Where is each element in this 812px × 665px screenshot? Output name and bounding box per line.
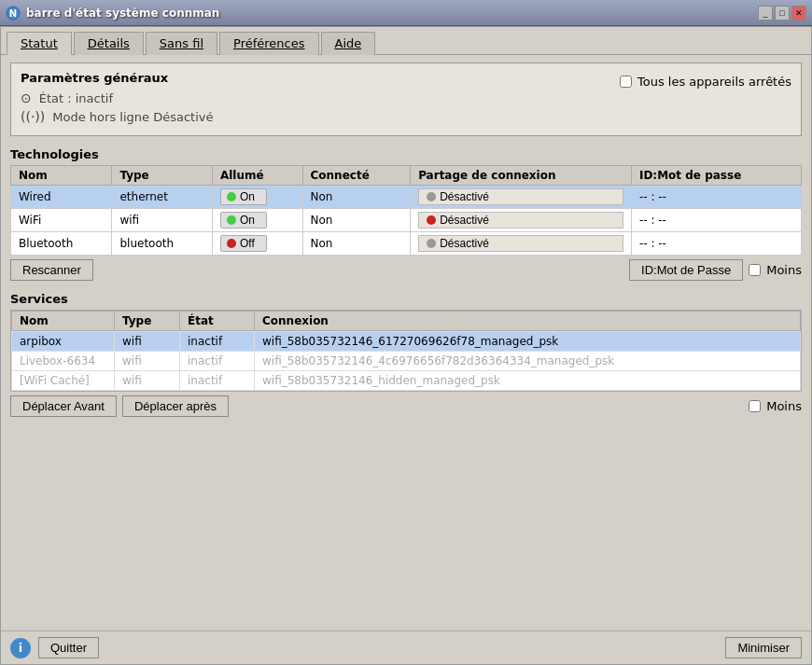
partage-btn[interactable]: Désactivé — [418, 212, 623, 229]
services-moins-row: Moins — [749, 399, 802, 413]
tab-bar: Statut Détails Sans fil Préférences Aide — [1, 27, 811, 55]
all-devices-label: Tous les appareils arrêtés — [637, 75, 791, 89]
window-controls: _ □ ✕ — [758, 6, 806, 21]
tab-details[interactable]: Détails — [74, 32, 144, 55]
allume-dot — [227, 215, 236, 225]
allume-label: On — [240, 190, 255, 203]
minimize-button[interactable]: Minimiser — [725, 637, 802, 658]
main-window: Statut Détails Sans fil Préférences Aide… — [0, 26, 812, 665]
quit-button[interactable]: Quitter — [38, 637, 99, 658]
allume-btn[interactable]: Off — [220, 235, 267, 252]
minimize-window-btn[interactable]: _ — [758, 6, 773, 21]
partage-label: Désactivé — [440, 190, 489, 203]
col-allume: Allumé — [212, 166, 302, 186]
moins-checkbox-svc[interactable] — [749, 400, 761, 412]
allume-dot — [227, 192, 236, 201]
tech-connecte: Non — [302, 209, 411, 232]
rescan-row: Rescanner ID:Mot de Passe Moins — [10, 259, 802, 281]
tech-nom: Bluetooth — [11, 232, 112, 256]
svg-text:N: N — [9, 8, 17, 19]
services-title: Services — [10, 292, 802, 306]
tech-row[interactable]: WiFi wifi On Non Désactivé -- : -- — [11, 209, 802, 232]
svc-connexion: wifi_58b035732146_61727069626f78_managed… — [255, 332, 801, 352]
partage-label: Désactivé — [440, 214, 489, 227]
all-devices-checkbox[interactable] — [620, 76, 632, 88]
info-icon[interactable]: i — [10, 638, 31, 658]
tech-allume[interactable]: On — [212, 209, 302, 232]
partage-dot — [427, 192, 436, 201]
wifi-icon: ((·)) — [21, 109, 45, 124]
services-body-table: arpibox wifi inactif wifi_58b035732146_6… — [11, 331, 801, 391]
services-bottom-left: Déplacer Avant Déplacer après — [10, 395, 229, 417]
partage-btn[interactable]: Désactivé — [418, 188, 623, 205]
svc-type: wifi — [115, 332, 180, 352]
col-nom: Nom — [11, 166, 112, 186]
tech-type: bluetooth — [112, 232, 213, 256]
svc-type: wifi — [115, 371, 180, 391]
svc-nom: [WiFi Caché] — [12, 371, 115, 391]
tech-partage[interactable]: Désactivé — [411, 232, 632, 256]
tech-allume[interactable]: Off — [212, 232, 302, 256]
svc-connexion: wifi_58b035732146_4c6976656f782d36364334… — [255, 352, 801, 371]
app-icon: N — [6, 6, 21, 21]
services-scroll-area[interactable]: arpibox wifi inactif wifi_58b035732146_6… — [11, 331, 801, 391]
close-window-btn[interactable]: ✕ — [791, 6, 806, 21]
footer: i Quitter Minimiser — [1, 630, 811, 664]
partage-dot — [427, 239, 436, 248]
tech-row[interactable]: Bluetooth bluetooth Off Non Désactivé --… — [11, 232, 802, 256]
move-before-button[interactable]: Déplacer Avant — [10, 395, 117, 417]
partage-btn[interactable]: Désactivé — [418, 235, 623, 252]
state-row: ⊙ État : inactif — [21, 90, 213, 105]
technologies-section: Technologies Nom Type Allumé Connecté Pa… — [10, 144, 802, 281]
allume-btn[interactable]: On — [220, 212, 267, 229]
tab-content: Paramètres généraux ⊙ État : inactif ((·… — [1, 55, 811, 630]
tech-partage[interactable]: Désactivé — [411, 209, 632, 232]
svc-nom: arpibox — [12, 332, 115, 352]
titlebar: N barre d'état système connman _ □ ✕ — [0, 0, 812, 26]
moins-label-tech: Moins — [766, 263, 802, 277]
svc-col-nom: Nom — [12, 312, 115, 331]
maximize-window-btn[interactable]: □ — [775, 6, 790, 21]
tab-sans-fil[interactable]: Sans fil — [146, 32, 217, 55]
col-type: Type — [112, 166, 213, 186]
allume-label: Off — [240, 237, 255, 250]
tech-idpass: -- : -- — [631, 232, 801, 256]
service-row[interactable]: Livebox-6634 wifi inactif wifi_58b035732… — [12, 352, 801, 371]
tech-idpass: -- : -- — [631, 209, 801, 232]
services-header-row: Nom Type État Connexion — [12, 312, 801, 331]
tech-allume[interactable]: On — [212, 186, 302, 209]
move-after-button[interactable]: Déplacer après — [122, 395, 229, 417]
service-row[interactable]: [WiFi Caché] wifi inactif wifi_58b035732… — [12, 371, 801, 391]
tech-nom: WiFi — [11, 209, 112, 232]
tech-connecte: Non — [302, 232, 411, 256]
technologies-title: Technologies — [10, 147, 802, 161]
window-title: barre d'état système connman — [26, 7, 219, 20]
col-connecte: Connecté — [302, 166, 411, 186]
services-section: Services Nom Type État Connexion a — [10, 288, 802, 417]
tab-statut[interactable]: Statut — [7, 32, 72, 55]
services-table-wrapper: Nom Type État Connexion arpibox wifi ina… — [10, 310, 802, 392]
tab-aide[interactable]: Aide — [321, 32, 376, 55]
allume-btn[interactable]: On — [220, 188, 267, 205]
moins-label-svc: Moins — [766, 399, 802, 413]
svc-etat: inactif — [180, 352, 255, 371]
tech-type: ethernet — [112, 186, 213, 209]
col-partage: Partage de connexion — [411, 166, 632, 186]
state-icon: ⊙ — [21, 90, 32, 105]
footer-left: i Quitter — [10, 637, 99, 658]
tech-partage[interactable]: Désactivé — [411, 186, 632, 209]
service-row[interactable]: arpibox wifi inactif wifi_58b035732146_6… — [12, 332, 801, 352]
tech-type: wifi — [112, 209, 213, 232]
svc-nom: Livebox-6634 — [12, 352, 115, 371]
general-title: Paramètres généraux — [21, 71, 213, 85]
moins-checkbox-tech[interactable] — [749, 264, 761, 276]
svc-etat: inactif — [180, 332, 255, 352]
tab-preferences[interactable]: Préférences — [219, 32, 318, 55]
rescan-button[interactable]: Rescanner — [10, 259, 93, 281]
allume-label: On — [240, 214, 255, 227]
tech-row[interactable]: Wired ethernet On Non Désactivé -- : -- — [11, 186, 802, 209]
id-pass-button[interactable]: ID:Mot de Passe — [629, 259, 743, 281]
technologies-table: Nom Type Allumé Connecté Partage de conn… — [10, 165, 802, 256]
svc-col-etat: État — [180, 312, 255, 331]
partage-label: Désactivé — [440, 237, 489, 250]
